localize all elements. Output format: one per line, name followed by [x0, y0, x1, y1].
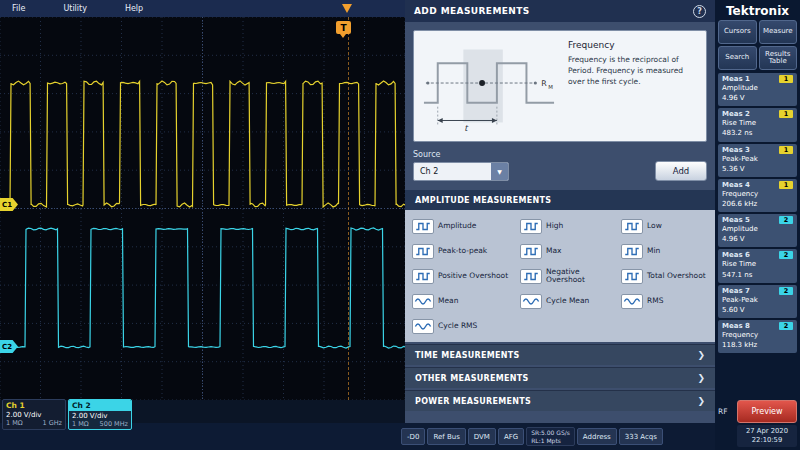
source-dropdown[interactable]: Ch 2 ▼ — [413, 162, 509, 181]
measurement-negative-overshoot[interactable]: Negative Overshoot — [516, 264, 615, 288]
ch2-name: Ch 2 — [69, 400, 131, 411]
cycle-mean-icon — [520, 294, 542, 309]
menu-help[interactable]: Help — [125, 4, 143, 13]
ref-bus-button[interactable]: Ref Bus — [427, 428, 465, 445]
measurement-high[interactable]: High — [516, 214, 615, 238]
trigger-flag[interactable]: T — [336, 21, 351, 34]
measure-button[interactable]: Measure — [759, 20, 798, 44]
sample-rate-readout: SR:5.00 GS/s RL:1 Mpts — [526, 427, 575, 446]
measurement-low[interactable]: Low — [617, 214, 710, 238]
amplitude-icon — [412, 219, 434, 234]
time: 22:10:59 — [740, 436, 794, 445]
frequency-diagram: R M t — [420, 37, 558, 133]
add-button[interactable]: Add — [655, 161, 707, 181]
ch2-scale: 2.00 V/div — [69, 411, 131, 420]
ch1-bandwidth: 1 GHz — [42, 419, 62, 427]
svg-text:t: t — [464, 123, 469, 133]
menu-bar: File Utility Help — [0, 0, 405, 17]
meas-6-tile[interactable]: Meas 62 Rise Time 547.1 ns — [718, 249, 797, 282]
measurement-amplitude[interactable]: Amplitude — [408, 214, 514, 238]
ch1-impedance: 1 MΩ — [6, 419, 23, 427]
source-value: Ch 2 — [414, 163, 491, 180]
address-button[interactable]: Address — [577, 428, 617, 445]
chevron-right-icon: ❯ — [697, 396, 705, 406]
results-table-button[interactable]: Results Table — [759, 46, 798, 70]
other-measurements-section[interactable]: OTHER MEASUREMENTS ❯ — [405, 367, 715, 388]
chevron-down-icon: ▼ — [491, 163, 508, 180]
total-overshoot-icon — [621, 269, 643, 284]
panel-title: ADD MEASUREMENTS — [414, 6, 530, 16]
min-icon — [621, 244, 643, 259]
channel-1-badge: 1 — [779, 181, 793, 189]
ch2-badge[interactable]: Ch 2 2.00 V/div 1 MΩ 500 MHz — [68, 399, 132, 430]
cursors-button[interactable]: Cursors — [718, 20, 757, 44]
d0-button[interactable]: -D0 — [401, 428, 425, 445]
chevron-right-icon: ❯ — [697, 373, 705, 383]
svg-text:R: R — [541, 79, 547, 88]
menu-file[interactable]: File — [12, 4, 25, 13]
high-icon — [520, 219, 542, 234]
power-measurements-section[interactable]: POWER MEASUREMENTS ❯ — [405, 390, 715, 411]
ch2-bandwidth: 500 MHz — [100, 420, 128, 428]
panel-header: ADD MEASUREMENTS ? — [405, 0, 715, 22]
measurement-max[interactable]: Max — [516, 239, 615, 263]
graticule-and-waveforms — [0, 17, 405, 400]
channel-2-badge: 2 — [779, 287, 793, 295]
source-label: Source — [413, 150, 509, 159]
meas-1-tile[interactable]: Meas 11 Amplitude 4.96 V — [718, 73, 797, 106]
ch2-impedance: 1 MΩ — [72, 420, 89, 428]
waveform-display[interactable]: T C1 C2 — [0, 17, 405, 400]
meas-7-tile[interactable]: Meas 72 Peak-Peak 5.60 V — [718, 285, 797, 318]
channel-2-badge: 2 — [779, 216, 793, 224]
channel-1-badge: 1 — [779, 110, 793, 118]
cycle-rms-icon — [412, 319, 434, 334]
measurement-total-overshoot[interactable]: Total Overshoot — [617, 264, 710, 288]
mean-icon — [412, 294, 434, 309]
acquisitions-readout: 333 Acqs — [619, 428, 663, 445]
measurement-cycle-mean[interactable]: Cycle Mean — [516, 289, 615, 313]
positive-overshoot-icon — [412, 269, 434, 284]
measurement-grid: Amplitude High Low Peak-to-peak Max Min … — [405, 210, 715, 342]
negative-overshoot-icon — [520, 269, 542, 284]
measurement-rms[interactable]: RMS — [617, 289, 710, 313]
meas-4-tile[interactable]: Meas 41 Frequency 206.6 kHz — [718, 179, 797, 212]
svg-text:M: M — [548, 84, 553, 90]
measurement-min[interactable]: Min — [617, 239, 710, 263]
dvm-button[interactable]: DVM — [468, 428, 496, 445]
max-icon — [520, 244, 542, 259]
search-button[interactable]: Search — [718, 46, 757, 70]
low-icon — [621, 219, 643, 234]
ch1-badge[interactable]: Ch 1 2.00 V/div 1 MΩ 1 GHz — [2, 399, 66, 430]
afg-button[interactable]: AFG — [498, 428, 524, 445]
add-measurements-panel: ADD MEASUREMENTS ? R M — [405, 0, 715, 423]
measurement-name: Frequency — [568, 40, 698, 50]
meas-5-tile[interactable]: Meas 52 Amplitude 4.96 V — [718, 214, 797, 247]
ch1-scale: 2.00 V/div — [3, 410, 65, 419]
rms-icon — [621, 294, 643, 309]
time-measurements-section[interactable]: TIME MEASUREMENTS ❯ — [405, 344, 715, 365]
results-sidebar: Tektronix Cursors Measure Search Results… — [715, 0, 800, 450]
menu-utility[interactable]: Utility — [63, 4, 87, 13]
oscilloscope-screen: File Utility Help T C1 C2 Ch 1 2.00 V/di… — [0, 0, 800, 450]
measurement-mean[interactable]: Mean — [408, 289, 514, 313]
peak-to-peak-icon — [412, 244, 434, 259]
meas-8-tile[interactable]: Meas 82 Frequency 118.3 kHz — [718, 320, 797, 353]
help-icon[interactable]: ? — [693, 5, 706, 18]
date: 27 Apr 2020 — [740, 427, 794, 436]
meas-2-tile[interactable]: Meas 21 Rise Time 483.2 ns — [718, 108, 797, 141]
measurement-cycle-rms[interactable]: Cycle RMS — [408, 314, 514, 338]
measurement-badges: Meas 11 Amplitude 4.96 V Meas 21 Rise Ti… — [718, 73, 797, 353]
channel-2-badge: 2 — [779, 251, 793, 259]
preview-button[interactable]: Preview — [737, 400, 797, 423]
measurement-info-card: R M t Frequency Frequency is the recipro… — [413, 30, 707, 142]
meas-3-tile[interactable]: Meas 31 Peak-Peak 5.36 V — [718, 144, 797, 177]
amplitude-measurements-header: AMPLITUDE MEASUREMENTS — [405, 190, 715, 210]
rf-label: RF — [718, 407, 734, 416]
measurement-positive-overshoot[interactable]: Positive Overshoot — [408, 264, 514, 288]
channel-2-badge: 2 — [779, 322, 793, 330]
trigger-position-icon[interactable] — [342, 4, 352, 13]
measurement-peak-to-peak[interactable]: Peak-to-peak — [408, 239, 514, 263]
trigger-line — [348, 17, 349, 400]
chevron-right-icon: ❯ — [697, 350, 705, 360]
ch1-name: Ch 1 — [3, 400, 65, 410]
